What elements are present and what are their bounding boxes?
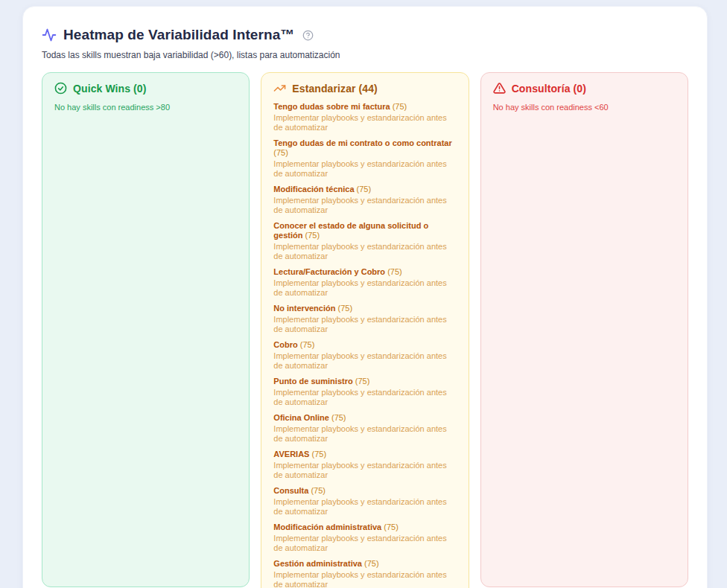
quick-wins-empty-message: No hay skills con readiness >80 <box>54 102 237 112</box>
skill-score: (75) <box>387 267 402 276</box>
skill-score: (75) <box>355 377 370 386</box>
skill-title-row: Oficina Online (75) <box>273 413 456 423</box>
skill-item: Tengo dudas sobre mi factura (75) Implem… <box>273 102 456 132</box>
help-circle-icon[interactable] <box>302 30 314 41</box>
column-consultoria-title: Consultoría (0) <box>512 83 586 95</box>
skill-note: Implementar playbooks y estandarización … <box>273 159 456 179</box>
column-quick-wins: Quick Wins (0) No hay skills con readine… <box>42 72 250 587</box>
skill-note: Implementar playbooks y estandarización … <box>273 497 456 517</box>
skill-item: Tengo dudas de mi contrato o como contra… <box>273 138 456 179</box>
column-consultoria-header: Consultoría (0) <box>493 82 676 95</box>
skill-title-row: Tengo dudas de mi contrato o como contra… <box>273 138 456 158</box>
page-title: Heatmap de Variabilidad Interna™ <box>63 25 294 45</box>
skill-item: Lectura/Facturación y Cobro (75) Impleme… <box>273 267 456 298</box>
skill-name: Cobro <box>273 340 297 349</box>
skill-note: Implementar playbooks y estandarización … <box>273 534 456 553</box>
skill-note: Implementar playbooks y estandarización … <box>273 278 456 298</box>
skill-score: (75) <box>393 102 407 111</box>
skill-score: (75) <box>364 559 379 568</box>
skill-title-row: Modificación administrativa (75) <box>273 523 456 532</box>
column-consultoria: Consultoría (0) No hay skills con readin… <box>480 72 688 587</box>
skill-note: Implementar playbooks y estandarización … <box>273 196 456 215</box>
skill-note: Implementar playbooks y estandarización … <box>273 424 456 444</box>
skill-item: Consulta (75) Implementar playbooks y es… <box>273 486 456 517</box>
skill-name: Conocer el estado de alguna solicitud o … <box>273 221 428 240</box>
skill-list: Tengo dudas sobre mi factura (75) Implem… <box>273 102 456 588</box>
skill-score: (75) <box>338 304 353 313</box>
skill-name: Tengo dudas de mi contrato o como contra… <box>273 138 451 147</box>
trending-up-icon <box>273 82 286 95</box>
skill-note: Implementar playbooks y estandarización … <box>273 113 456 132</box>
skill-item: AVERIAS (75) Implementar playbooks y est… <box>273 450 456 480</box>
skill-name: Modificación administrativa <box>273 523 381 531</box>
consultoria-empty-message: No hay skills con readiness <60 <box>493 102 676 112</box>
page-subtitle: Todas las skills muestran baja variabili… <box>42 49 688 61</box>
skill-note: Implementar playbooks y estandarización … <box>273 570 456 588</box>
skill-score: (75) <box>311 486 326 495</box>
check-circle-icon <box>54 82 67 95</box>
skill-title-row: Modificación técnica (75) <box>273 185 456 194</box>
skill-note: Implementar playbooks y estandarización … <box>273 351 456 371</box>
skill-title-row: Cobro (75) <box>273 340 456 350</box>
skill-title-row: AVERIAS (75) <box>273 450 456 459</box>
column-estandarizar: Estandarizar (44) Tengo dudas sobre mi f… <box>261 72 469 588</box>
skill-score: (75) <box>331 413 346 422</box>
card-header: Heatmap de Variabilidad Interna™ <box>42 25 688 45</box>
skill-score: (75) <box>300 340 315 349</box>
skill-title-row: Gestión administrativa (75) <box>273 559 456 569</box>
column-quick-wins-header: Quick Wins (0) <box>54 82 237 95</box>
skill-score: (75) <box>311 450 326 458</box>
skill-name: Lectura/Facturación y Cobro <box>273 267 385 276</box>
skill-name: No intervención <box>273 304 335 313</box>
skill-name: Consulta <box>273 486 308 495</box>
skill-note: Implementar playbooks y estandarización … <box>273 315 456 334</box>
heatmap-grid: Quick Wins (0) No hay skills con readine… <box>42 72 688 588</box>
skill-name: Modificación técnica <box>273 185 354 194</box>
skill-title-row: No intervención (75) <box>273 304 456 313</box>
activity-pulse-icon <box>42 28 57 42</box>
column-quick-wins-title: Quick Wins (0) <box>73 83 147 95</box>
skill-score: (75) <box>384 523 399 531</box>
skill-item: Punto de suministro (75) Implementar pla… <box>273 377 456 407</box>
skill-title-row: Lectura/Facturación y Cobro (75) <box>273 267 456 277</box>
skill-name: Gestión administrativa <box>273 559 362 568</box>
skill-item: Modificación técnica (75) Implementar pl… <box>273 185 456 215</box>
column-estandarizar-title: Estandarizar (44) <box>292 83 378 95</box>
skill-item: Gestión administrativa (75) Implementar … <box>273 559 456 588</box>
skill-name: Tengo dudas sobre mi factura <box>273 102 390 111</box>
skill-name: Punto de suministro <box>273 377 352 386</box>
skill-name: Oficina Online <box>273 413 329 422</box>
skill-note: Implementar playbooks y estandarización … <box>273 461 456 480</box>
skill-item: Modificación administrativa (75) Impleme… <box>273 523 456 553</box>
skill-title-row: Conocer el estado de alguna solicitud o … <box>273 221 456 240</box>
skill-title-row: Punto de suministro (75) <box>273 377 456 386</box>
skill-title-row: Tengo dudas sobre mi factura (75) <box>273 102 456 112</box>
skill-name: AVERIAS <box>273 450 309 458</box>
skill-title-row: Consulta (75) <box>273 486 456 496</box>
skill-item: Conocer el estado de alguna solicitud o … <box>273 221 456 261</box>
heatmap-card: Heatmap de Variabilidad Interna™ Todas l… <box>22 6 708 588</box>
skill-note: Implementar playbooks y estandarización … <box>273 388 456 407</box>
skill-score: (75) <box>305 231 320 240</box>
skill-item: No intervención (75) Implementar playboo… <box>273 304 456 334</box>
skill-score: (75) <box>273 148 288 157</box>
skill-note: Implementar playbooks y estandarización … <box>273 242 456 261</box>
skill-score: (75) <box>357 185 372 194</box>
skill-item: Oficina Online (75) Implementar playbook… <box>273 413 456 444</box>
skill-item: Cobro (75) Implementar playbooks y estan… <box>273 340 456 371</box>
column-estandarizar-header: Estandarizar (44) <box>273 82 456 95</box>
alert-triangle-icon <box>493 82 506 95</box>
